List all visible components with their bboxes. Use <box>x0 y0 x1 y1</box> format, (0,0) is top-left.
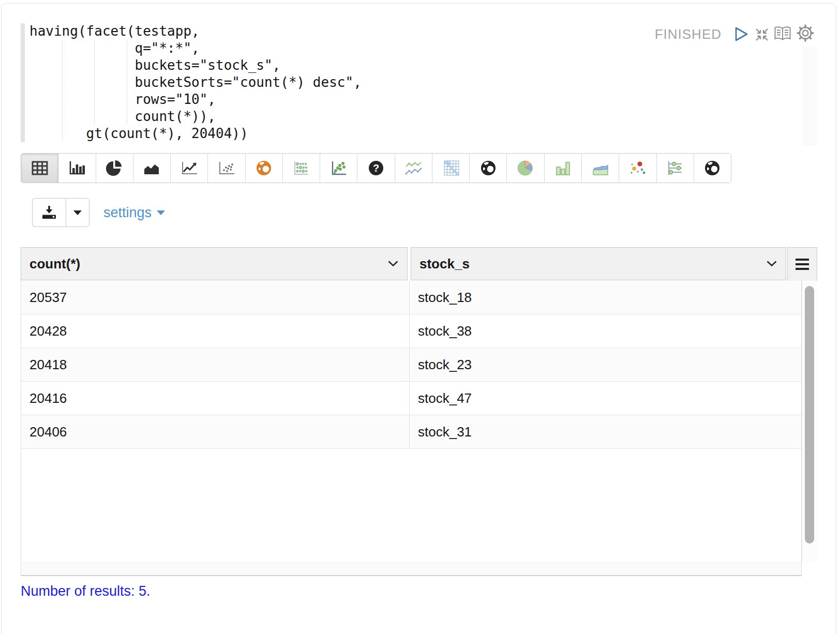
viz-line-chart-button[interactable] <box>171 154 208 183</box>
table-cell: 20416 <box>21 382 409 415</box>
chevron-down-icon[interactable] <box>766 260 777 267</box>
viz-range-sliders-button[interactable] <box>657 154 694 183</box>
paragraph-status: FINISHED <box>595 26 722 42</box>
viz-multi-line-button[interactable] <box>395 154 432 183</box>
viz-map-orange-button[interactable] <box>246 154 283 183</box>
download-options-button[interactable] <box>66 198 89 227</box>
table-row: 20428stock_38 <box>21 314 801 348</box>
viz-table-button[interactable] <box>21 154 58 183</box>
hamburger-icon <box>796 259 809 270</box>
book-icon <box>773 25 792 42</box>
viz-area-chart-button[interactable] <box>133 154 171 183</box>
viz-scatter-chart-button[interactable] <box>208 154 245 183</box>
scatter-chart-icon <box>218 160 235 176</box>
viz-bubble-matrix-button[interactable] <box>283 154 320 183</box>
settings-toggle[interactable]: settings <box>103 198 165 227</box>
viz-pie-color-button[interactable] <box>507 154 544 183</box>
bar-green-icon <box>554 160 572 176</box>
bubble-matrix-icon <box>292 160 310 176</box>
editor-gutter <box>21 23 25 142</box>
zeppelin-paragraph: having(facet(testapp, q="*:*", buckets="… <box>0 0 840 634</box>
viz-map-dark-2-button[interactable] <box>694 154 731 183</box>
multi-line-chart-icon <box>404 160 422 176</box>
scatter-color-icon <box>629 160 647 176</box>
area-stacked-icon <box>592 160 609 176</box>
run-paragraph-button[interactable] <box>731 24 751 44</box>
gear-icon <box>796 24 815 42</box>
table-cell: stock_47 <box>409 382 801 415</box>
globe-dark-icon <box>480 160 497 176</box>
results-count-text: Number of results: 5. <box>21 583 151 599</box>
table-cell: stock_18 <box>409 281 801 314</box>
heatmap-icon <box>442 160 460 176</box>
indent-guide <box>62 41 63 141</box>
viz-pie-chart-button[interactable] <box>96 154 133 183</box>
svg-text:?: ? <box>373 162 379 174</box>
viz-scatter-color-button[interactable] <box>619 154 656 183</box>
table-body: 20537stock_1820428stock_3820418stock_232… <box>21 281 802 563</box>
indent-guide <box>127 41 127 124</box>
table-cell: 20428 <box>21 314 409 348</box>
show-editor-button[interactable] <box>773 24 792 43</box>
bar-chart-icon <box>68 160 86 176</box>
range-sliders-icon <box>666 160 684 176</box>
table-row: 20418stock_23 <box>21 348 801 382</box>
viz-area-stacked-button[interactable] <box>582 154 619 183</box>
table-cell: 20406 <box>21 415 409 448</box>
column-header-count[interactable]: count(*) <box>21 247 408 280</box>
viz-scatter-green-button[interactable] <box>320 154 357 183</box>
table-cell: stock_38 <box>409 314 801 348</box>
table-row: 20416stock_47 <box>21 382 801 415</box>
viz-bar-green-button[interactable] <box>545 154 582 183</box>
indent-guide <box>94 41 95 124</box>
play-icon <box>733 26 749 42</box>
caret-down-icon <box>157 210 165 215</box>
caret-down-icon <box>73 210 82 215</box>
settings-label: settings <box>103 205 152 221</box>
table-scrollbar-thumb[interactable] <box>805 286 814 544</box>
viz-heatmap-button[interactable] <box>432 154 470 183</box>
column-header-label: count(*) <box>29 256 80 272</box>
globe-orange-icon <box>256 160 272 176</box>
download-icon <box>41 205 57 220</box>
table-cell: stock_31 <box>409 415 801 448</box>
viz-bar-chart-button[interactable] <box>58 154 96 183</box>
code-editor[interactable]: having(facet(testapp, q="*:*", buckets="… <box>29 23 362 142</box>
area-chart-icon <box>143 160 160 176</box>
pie-chart-icon <box>106 160 123 176</box>
table-row: 20406stock_31 <box>21 415 801 449</box>
table-cell: stock_23 <box>409 348 801 381</box>
question-icon: ? <box>368 160 384 176</box>
table-icon <box>31 160 49 176</box>
pie-color-icon <box>517 160 534 176</box>
download-button[interactable] <box>32 198 66 227</box>
globe-dark-icon <box>704 160 721 176</box>
table-cell: 20537 <box>21 281 409 314</box>
column-header-label: stock_s <box>419 256 470 272</box>
chevron-down-icon[interactable] <box>387 260 399 267</box>
viz-help-button[interactable]: ? <box>357 154 395 183</box>
scatter-green-icon <box>330 160 348 176</box>
table-row: 20537stock_18 <box>21 281 801 314</box>
column-header-stock[interactable]: stock_s <box>411 247 786 280</box>
result-table: count(*) stock_s 20537stock_1820428stock… <box>21 247 817 578</box>
table-footer-strip <box>21 563 802 576</box>
table-menu-button[interactable] <box>787 247 817 281</box>
collapse-paragraph-button[interactable] <box>752 25 772 44</box>
viz-map-dark-button[interactable] <box>470 154 507 183</box>
editor-scrollbar-track <box>802 47 817 146</box>
download-split-button <box>32 198 89 227</box>
compress-icon <box>754 26 770 43</box>
viz-toolbar: ? <box>21 153 731 183</box>
line-chart-icon <box>181 160 198 176</box>
table-cell: 20418 <box>21 348 409 381</box>
paragraph-settings-button[interactable] <box>796 23 815 43</box>
